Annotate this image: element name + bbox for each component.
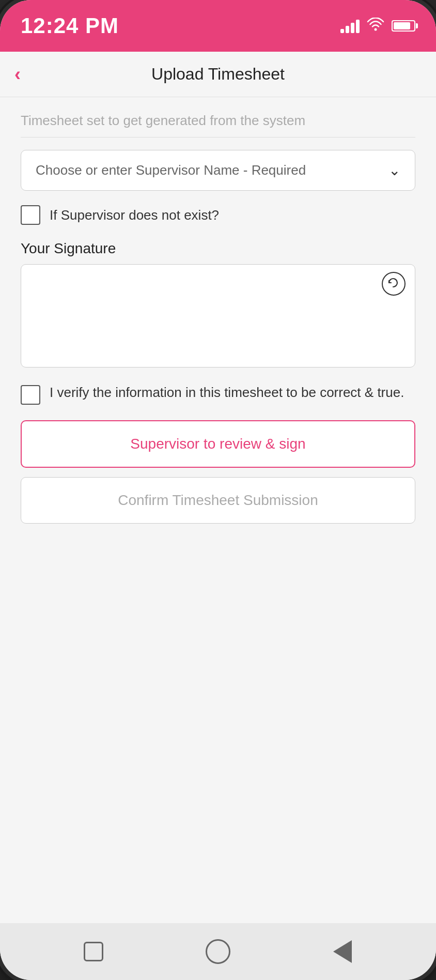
confirm-submission-button: Confirm Timesheet Submission [21,477,415,524]
supervisor-dropdown-placeholder: Choose or enter Supervisor Name - Requir… [36,162,306,178]
signature-undo-button[interactable] [382,272,406,296]
svg-point-0 [375,28,377,31]
square-icon [84,942,103,961]
signature-label: Your Signature [21,240,415,257]
status-icons [340,17,415,35]
back-button[interactable]: ‹ [14,65,21,84]
verify-checkbox[interactable] [21,385,40,405]
supervisor-dropdown[interactable]: Choose or enter Supervisor Name - Requir… [21,150,415,191]
status-bar: 12:24 PM [0,0,436,52]
supervisor-not-exist-row: If Supervisor does not exist? [21,205,415,225]
wifi-icon [367,17,384,35]
verify-row: I verify the information in this timeshe… [21,383,415,405]
nav-circle-button[interactable] [203,937,233,967]
nav-back-button[interactable] [328,937,357,967]
main-content: Timesheet set to get generated from the … [0,97,436,923]
phone-shell: 12:24 PM [0,0,436,980]
signature-canvas[interactable] [21,264,415,368]
signal-icon [340,19,360,33]
supervisor-not-exist-label: If Supervisor does not exist? [50,207,219,223]
supervisor-not-exist-checkbox[interactable] [21,205,40,225]
circle-icon [206,939,230,964]
phone-screen: 12:24 PM [0,0,436,980]
timesheet-info-text: Timesheet set to get generated from the … [21,113,415,137]
chevron-down-icon: ⌄ [388,162,400,179]
verify-text: I verify the information in this timeshe… [50,383,404,402]
supervisor-review-button[interactable]: Supervisor to review & sign [21,420,415,468]
page-title: Upload Timesheet [151,65,285,84]
status-time: 12:24 PM [21,13,119,38]
bottom-nav [0,923,436,980]
battery-icon [392,20,415,32]
nav-square-button[interactable] [79,937,108,967]
app-header: ‹ Upload Timesheet [0,52,436,97]
triangle-icon [333,940,352,963]
